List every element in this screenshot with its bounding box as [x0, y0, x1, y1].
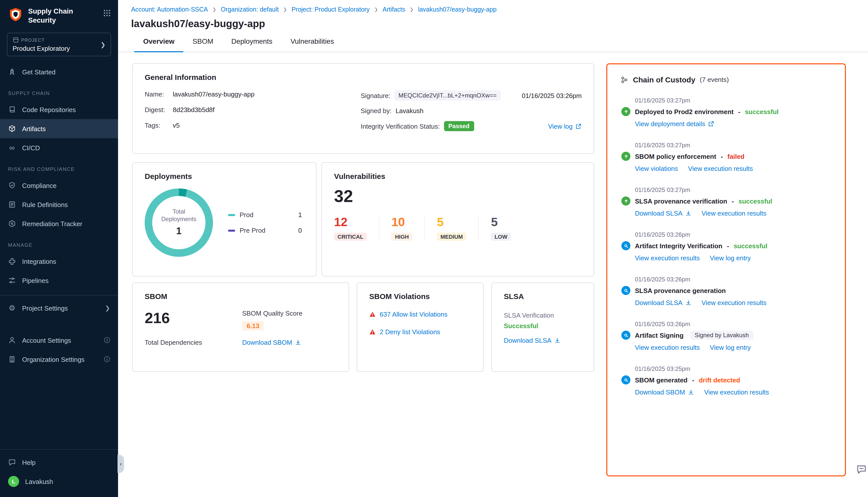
- section-label-risk-compliance: RISK AND COMPLIANCE: [0, 157, 118, 176]
- integrations-icon: [8, 257, 16, 265]
- sidebar-collapse-handle[interactable]: ‹: [117, 455, 124, 473]
- user-avatar: L: [8, 476, 19, 487]
- deployment-icon: [621, 107, 631, 116]
- info-icon: ⓘ: [104, 336, 110, 344]
- card-title: General Information: [145, 73, 582, 81]
- view-violations-link[interactable]: View violations: [635, 165, 678, 172]
- sidebar-item-pipelines[interactable]: Pipelines: [0, 271, 118, 290]
- chevron-right-icon: ❯: [105, 304, 110, 312]
- breadcrumb: Account: Automation-SSCA ❯ Organization:…: [131, 6, 846, 13]
- chain-event-list: 01/16/2025 03:27pm Deployed to Prod2 env…: [620, 97, 832, 396]
- view-log-entry-link[interactable]: View log entry: [710, 254, 751, 262]
- sidebar-item-label: Help: [22, 458, 36, 466]
- scan-icon: [621, 241, 631, 250]
- sidebar-item-help[interactable]: Help: [0, 453, 118, 472]
- page-header: Account: Automation-SSCA ❯ Organization:…: [118, 0, 868, 52]
- sidebar-item-label: Code Repositories: [22, 106, 76, 113]
- vulnerabilities-total: 32: [334, 186, 582, 206]
- event-status: drift detected: [699, 376, 740, 384]
- integrity-status-label: Integrity Verification Status:: [361, 122, 440, 130]
- help-chat-icon: [8, 458, 16, 466]
- view-log-link[interactable]: View log: [548, 122, 582, 130]
- project-icon: [13, 37, 19, 43]
- view-execution-results-link[interactable]: View execution results: [704, 388, 769, 396]
- download-slsa-link[interactable]: Download SLSA: [635, 210, 692, 217]
- sidebar-item-project-settings[interactable]: ⚙ Project Settings ❯: [0, 298, 118, 317]
- chevron-right-icon: ❯: [374, 7, 378, 12]
- slsa-verification-label: SLSA Verification: [504, 312, 582, 319]
- download-icon: [685, 210, 692, 217]
- download-sbom-link[interactable]: Download SBOM: [635, 388, 694, 396]
- project-selector-label: PROJECT: [13, 37, 70, 43]
- section-label-manage: MANAGE: [0, 233, 118, 252]
- tab-deployments[interactable]: Deployments: [222, 37, 281, 52]
- sbom-total-label: Total Dependencies: [145, 339, 242, 346]
- sidebar-item-integrations[interactable]: Integrations: [0, 252, 118, 271]
- deny-list-violations-link[interactable]: 2 Deny list Violations: [380, 328, 440, 336]
- project-selector[interactable]: PROJECT Product Exploratory ❯: [7, 33, 111, 56]
- event-time: 01/16/2025 03:26pm: [635, 276, 832, 283]
- chain-event: 01/16/2025 03:27pm Deployed to Prod2 env…: [621, 97, 832, 128]
- breadcrumb-artifact-name[interactable]: lavakush07/easy-buggy-app: [418, 6, 496, 13]
- warning-icon: [369, 329, 376, 335]
- allow-list-violations-link[interactable]: 637 Allow list Violations: [380, 311, 448, 318]
- card-title: SBOM Violations: [369, 292, 471, 300]
- scan-icon: [621, 286, 631, 295]
- view-execution-results-link[interactable]: View execution results: [701, 210, 766, 217]
- help-widget-icon[interactable]: [856, 464, 867, 477]
- download-slsa-link[interactable]: Download SLSA: [504, 337, 560, 344]
- card-title: SBOM: [145, 292, 336, 300]
- event-title: Deployed to Prod2 environment: [635, 108, 734, 115]
- event-title: Artifact Integrity Verification: [635, 242, 722, 250]
- download-slsa-link[interactable]: Download SLSA: [635, 299, 692, 307]
- breadcrumb-account[interactable]: Account: Automation-SSCA: [131, 6, 208, 13]
- severity-critical: 12 CRITICAL: [334, 215, 379, 241]
- breadcrumb-artifacts[interactable]: Artifacts: [382, 6, 405, 13]
- sidebar-item-user-profile[interactable]: L Lavakush: [0, 472, 118, 491]
- slsa-card: SLSA SLSA Verification Successful Downlo…: [491, 282, 594, 372]
- sidebar-item-compliance[interactable]: Compliance: [0, 176, 118, 195]
- breadcrumb-project[interactable]: Project: Product Exploratory: [292, 6, 370, 13]
- sidebar-item-remediation-tracker[interactable]: Remediation Tracker: [0, 214, 118, 233]
- chain-event: 01/16/2025 03:26pm Artifact Signing Sign…: [621, 321, 832, 351]
- sidebar-item-artifacts[interactable]: Artifacts: [0, 119, 118, 138]
- download-sbom-link[interactable]: Download SBOM: [242, 339, 301, 346]
- severity-low: 5 LOW: [478, 215, 523, 241]
- deployments-donut-chart: Total Deployments 1: [145, 188, 213, 257]
- sidebar-item-cicd[interactable]: ∞ CI/CD: [0, 138, 118, 157]
- chain-event: 01/16/2025 03:26pm SLSA provenance gener…: [621, 276, 832, 307]
- sidebar-item-label: Account Settings: [22, 337, 71, 344]
- module-grid-icon[interactable]: [103, 9, 111, 17]
- app-logo-icon: [8, 7, 23, 22]
- sidebar-item-label: Rule Definitions: [22, 201, 68, 208]
- tab-sbom[interactable]: SBOM: [184, 37, 222, 52]
- sidebar-divider: [0, 449, 118, 450]
- sidebar-item-get-started[interactable]: Get Started: [0, 62, 118, 81]
- signature-label: Signature:: [361, 92, 391, 99]
- sidebar-item-account-settings[interactable]: Account Settings ⓘ: [0, 331, 118, 350]
- sidebar-item-rule-definitions[interactable]: Rule Definitions: [0, 195, 118, 214]
- view-execution-results-link[interactable]: View execution results: [635, 254, 700, 262]
- view-execution-results-link[interactable]: View execution results: [635, 344, 700, 351]
- view-execution-results-link[interactable]: View execution results: [701, 299, 766, 307]
- sidebar: Supply Chain Security PROJECT Product Ex…: [0, 0, 118, 497]
- sbom-violations-card: SBOM Violations 637 Allow list Violation…: [357, 282, 484, 372]
- sidebar-item-organization-settings[interactable]: Organization Settings ⓘ: [0, 350, 118, 369]
- chain-event: 01/16/2025 03:25pm SBOM generated - drif…: [621, 365, 832, 396]
- tab-overview[interactable]: Overview: [134, 37, 184, 52]
- chain-event: 01/16/2025 03:27pm SBOM policy enforceme…: [621, 142, 832, 172]
- chain-of-custody-panel: Chain of Custody (7 events) 01/16/2025 0…: [606, 63, 846, 477]
- sidebar-item-label: Project Settings: [22, 304, 68, 312]
- breadcrumb-organization[interactable]: Organization: default: [221, 6, 279, 13]
- card-title: Deployments: [145, 172, 304, 181]
- view-execution-results-link[interactable]: View execution results: [688, 165, 753, 172]
- sidebar-item-label: Get Started: [22, 68, 56, 76]
- sidebar-item-code-repositories[interactable]: Code Repositories: [0, 100, 118, 119]
- tab-vulnerabilities[interactable]: Vulnerabilities: [281, 37, 343, 52]
- view-deployment-details-link[interactable]: View deployment details: [635, 120, 714, 128]
- external-link-icon: [575, 123, 582, 129]
- sidebar-header: Supply Chain Security: [0, 0, 118, 29]
- view-log-entry-link[interactable]: View log entry: [710, 344, 751, 351]
- deployments-card: Deployments Total Deployments 1: [132, 162, 317, 276]
- sbom-generated-icon: [621, 375, 631, 384]
